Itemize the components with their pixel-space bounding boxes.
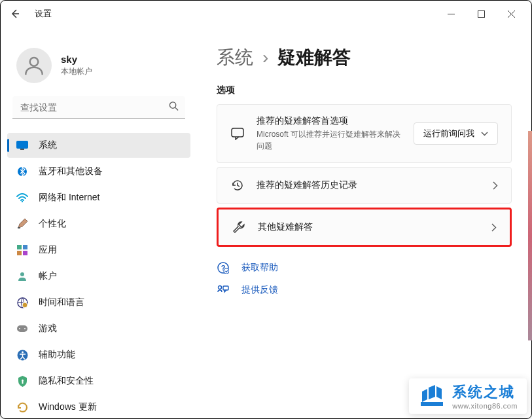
- main-content: 系统 › 疑难解答 选项 推荐的疑难解答首选项 Microsoft 可以推荐并运…: [197, 27, 531, 418]
- svg-rect-7: [18, 227, 20, 228]
- chevron-right-icon: [493, 181, 498, 190]
- sidebar-item-gaming[interactable]: 游戏: [7, 316, 190, 341]
- user-name: sky: [61, 54, 92, 65]
- breadcrumb-root[interactable]: 系统: [217, 45, 253, 70]
- minimize-icon: [448, 10, 455, 18]
- svg-point-12: [20, 272, 24, 276]
- help-icon: ?: [217, 261, 230, 274]
- maximize-button[interactable]: [466, 3, 496, 24]
- search-box: [12, 96, 185, 118]
- sidebar-item-network[interactable]: 网络和 Internet: [7, 185, 190, 210]
- sidebar-item-accounts[interactable]: 帐户: [7, 264, 190, 289]
- chevron-right-icon: [491, 223, 497, 232]
- nav-list: 系统 蓝牙和其他设备 网络和 Internet 个性化 应用: [1, 128, 197, 413]
- chevron-down-icon: [481, 132, 488, 136]
- svg-rect-0: [478, 10, 484, 17]
- wrench-icon: [232, 220, 246, 234]
- feedback-link[interactable]: 提供反馈: [217, 283, 512, 297]
- card-history[interactable]: 推荐的疑难解答历史记录: [217, 167, 512, 204]
- sidebar-item-label: 系统: [39, 139, 57, 151]
- shield-icon: [16, 375, 28, 387]
- svg-point-26: [219, 286, 222, 289]
- sidebar-item-label: 应用: [39, 244, 57, 256]
- svg-rect-3: [17, 141, 28, 149]
- svg-rect-8: [17, 245, 22, 249]
- sidebar-item-system[interactable]: 系统: [7, 133, 190, 158]
- sidebar-item-apps[interactable]: 应用: [7, 238, 190, 263]
- svg-rect-11: [23, 251, 27, 255]
- back-button[interactable]: [6, 5, 24, 23]
- sidebar: sky 本地帐户 系统 蓝牙和其他设: [1, 27, 197, 418]
- section-label: 选项: [217, 84, 512, 96]
- svg-point-25: [224, 268, 229, 274]
- account-icon: [16, 270, 28, 282]
- wifi-icon: [16, 192, 28, 204]
- preference-dropdown[interactable]: 运行前询问我: [414, 122, 498, 145]
- svg-rect-22: [232, 128, 243, 137]
- avatar: [16, 48, 52, 83]
- watermark: 系统之城 www.xitong86.com: [409, 378, 527, 414]
- svg-point-16: [19, 328, 20, 329]
- user-subtitle: 本地帐户: [61, 66, 92, 77]
- breadcrumb-separator: ›: [262, 47, 268, 68]
- sidebar-item-label: 个性化: [39, 218, 66, 230]
- sidebar-item-label: 隐私和安全性: [39, 375, 94, 387]
- globe-clock-icon: [16, 297, 28, 308]
- minimize-button[interactable]: [436, 3, 466, 24]
- svg-rect-4: [20, 149, 24, 150]
- sidebar-item-accessibility[interactable]: 辅助功能: [7, 342, 190, 367]
- breadcrumb-current: 疑难解答: [277, 45, 351, 70]
- feedback-icon: [217, 283, 230, 297]
- card-subtitle: Microsoft 可以推荐并运行疑难解答来解决问题: [257, 128, 402, 152]
- svg-point-1: [30, 58, 39, 66]
- watermark-url: www.xitong86.com: [452, 402, 518, 410]
- sidebar-item-privacy[interactable]: 隐私和安全性: [7, 369, 190, 393]
- titlebar: 设置: [1, 1, 531, 27]
- help-link-label: 获取帮助: [241, 262, 278, 274]
- maximize-icon: [478, 10, 485, 18]
- svg-point-14: [22, 302, 27, 308]
- sidebar-item-label: 游戏: [39, 323, 57, 335]
- svg-point-17: [24, 328, 26, 329]
- chat-icon: [230, 126, 245, 141]
- card-title: 推荐的疑难解答历史记录: [257, 179, 481, 191]
- sidebar-item-label: 帐户: [39, 270, 57, 282]
- svg-point-2: [169, 102, 175, 108]
- svg-rect-21: [22, 381, 23, 384]
- user-block[interactable]: sky 本地帐户: [1, 32, 197, 96]
- sidebar-item-bluetooth[interactable]: 蓝牙和其他设备: [7, 159, 190, 184]
- sidebar-item-label: 蓝牙和其他设备: [39, 166, 103, 177]
- sidebar-item-update[interactable]: Windows 更新: [7, 395, 190, 413]
- get-help-link[interactable]: ? 获取帮助: [217, 261, 512, 274]
- card-title: 推荐的疑难解答首选项: [257, 115, 402, 127]
- back-arrow-icon: [10, 9, 20, 19]
- watermark-title: 系统之城: [452, 382, 518, 402]
- close-button[interactable]: [496, 3, 526, 24]
- sidebar-item-personalization[interactable]: 个性化: [7, 211, 190, 236]
- app-title: 设置: [35, 8, 52, 20]
- watermark-logo-icon: [418, 382, 446, 410]
- svg-point-19: [22, 351, 24, 353]
- help-link-label: 提供反馈: [241, 284, 278, 296]
- paintbrush-icon: [16, 218, 28, 230]
- apps-icon: [16, 244, 28, 256]
- card-recommended-preferences[interactable]: 推荐的疑难解答首选项 Microsoft 可以推荐并运行疑难解答来解决问题 运行…: [217, 104, 512, 163]
- breadcrumb: 系统 › 疑难解答: [217, 45, 512, 70]
- search-input[interactable]: [12, 96, 185, 118]
- update-icon: [16, 401, 28, 413]
- card-other-troubleshooters[interactable]: 其他疑难解答: [217, 208, 512, 247]
- sidebar-item-time-language[interactable]: 时间和语言: [7, 290, 190, 315]
- svg-rect-10: [17, 251, 22, 255]
- display-icon: [16, 139, 28, 151]
- svg-rect-15: [17, 325, 27, 332]
- bluetooth-icon: [16, 166, 28, 177]
- sidebar-item-label: Windows 更新: [39, 401, 97, 413]
- svg-rect-27: [223, 286, 228, 290]
- accessibility-icon: [16, 349, 28, 361]
- svg-rect-28: [421, 402, 443, 406]
- svg-rect-9: [23, 245, 27, 249]
- close-icon: [508, 10, 515, 18]
- history-icon: [230, 178, 245, 192]
- sidebar-item-label: 时间和语言: [39, 297, 84, 308]
- person-icon: [23, 54, 45, 77]
